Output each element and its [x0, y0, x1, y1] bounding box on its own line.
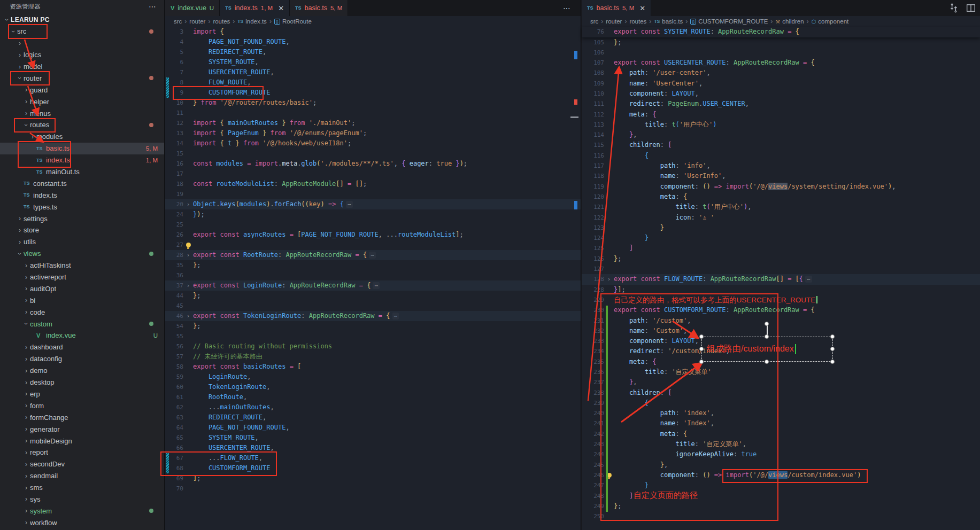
- code-line-27[interactable]: 27: [165, 240, 581, 250]
- tree-item-sendmail[interactable]: ›sendmail: [0, 470, 164, 482]
- code-line-66[interactable]: 66 USERCENTER_ROUTE,: [165, 443, 581, 453]
- code-line-228[interactable]: 228}];: [582, 285, 980, 295]
- tree-item-activereport[interactable]: ›activereport: [0, 271, 164, 283]
- code-line-69[interactable]: 69];: [165, 473, 581, 484]
- code-line-128[interactable]: 128›export const FLOW_ROUTE: AppRouteRec…: [582, 274, 980, 284]
- code-line-8[interactable]: 8 FLOW_ROUTE,: [165, 77, 581, 88]
- code-line-15[interactable]: 15: [165, 149, 581, 159]
- code-line-124[interactable]: 124 }: [582, 233, 980, 243]
- code-line-248[interactable]: 248 ]: [582, 491, 980, 501]
- code-line-4[interactable]: 4 PAGE_NOT_FOUND_ROUTE,: [165, 37, 581, 47]
- tree-item-hidden[interactable]: ›: [0, 37, 164, 49]
- code-line-119[interactable]: 119 component: () => import('/@/views/sy…: [582, 182, 980, 192]
- breadcrumb-item[interactable]: src: [590, 18, 598, 25]
- code-line-109[interactable]: 109 name: 'UserCenter',: [582, 79, 980, 89]
- code-line-234[interactable]: 234 redirect: '/custom/index',: [582, 346, 980, 356]
- code-line-37[interactable]: 37›export const LoginRoute: AppRouteReco…: [165, 280, 581, 291]
- tree-item-index.vue[interactable]: Vindex.vueU: [0, 330, 164, 341]
- code-line-6[interactable]: 6 SYSTEM_ROUTE,: [165, 57, 581, 67]
- code-line-244[interactable]: 244 ignoreKeepAlive: true: [582, 449, 980, 459]
- tree-item-form[interactable]: ›form: [0, 400, 164, 411]
- close-icon[interactable]: ✕: [278, 4, 284, 12]
- fold-chevron-icon[interactable]: ›: [183, 311, 193, 321]
- code-line-65[interactable]: 65 SYSTEM_ROUTE,: [165, 433, 581, 443]
- code-line-110[interactable]: 110 component: LAYOUT,: [582, 89, 980, 99]
- open-changes-icon[interactable]: [949, 3, 959, 13]
- tree-item-demo[interactable]: ›demo: [0, 365, 164, 377]
- split-editor-icon[interactable]: [966, 3, 976, 13]
- tree-item-bi[interactable]: ›bi: [0, 294, 164, 306]
- lightbulb-icon[interactable]: [186, 243, 191, 247]
- tree-item-views[interactable]: ›views: [0, 248, 164, 260]
- code-line-235[interactable]: 235 meta: {: [582, 357, 980, 367]
- code-line-249[interactable]: 249};: [582, 501, 980, 511]
- code-line-127[interactable]: 127: [582, 264, 980, 274]
- code-line-17[interactable]: 17: [165, 169, 581, 179]
- tree-item-mobileDesign[interactable]: ›mobileDesign: [0, 435, 164, 447]
- code-line-12[interactable]: 12import { mainOutRoutes } from './mainO…: [165, 118, 581, 128]
- tree-item-utils[interactable]: ›utils: [0, 236, 164, 248]
- code-line-115[interactable]: 115 children: [: [582, 140, 980, 150]
- code-line-114[interactable]: 114 },: [582, 130, 980, 140]
- code-line-16[interactable]: 16const modules = import.meta.glob('./mo…: [165, 159, 581, 169]
- tree-item-system[interactable]: ›system: [0, 505, 164, 517]
- code-line-125[interactable]: 125 ]: [582, 243, 980, 253]
- code-line-126[interactable]: 126};: [582, 254, 980, 264]
- code-line-233[interactable]: 233 component: LAYOUT,: [582, 336, 980, 346]
- tree-item-custom[interactable]: ›custom: [0, 318, 164, 330]
- code-line-55[interactable]: 55: [165, 331, 581, 341]
- tab-index.ts[interactable]: TSindex.ts1, M✕: [220, 0, 290, 16]
- tree-item-model[interactable]: ›model: [0, 61, 164, 73]
- tree-item-settings[interactable]: ›settings: [0, 213, 164, 224]
- code-line-19[interactable]: 19: [165, 189, 581, 199]
- code-line-11[interactable]: 11: [165, 108, 581, 118]
- breadcrumb-item[interactable]: router: [189, 18, 205, 25]
- code-line-58[interactable]: 58export const basicRoutes = [: [165, 362, 581, 372]
- code-line-56[interactable]: 56// Basic routing without permissions: [165, 341, 581, 352]
- code-line-61[interactable]: 61 RootRoute,: [165, 392, 581, 402]
- tree-item-basic.ts[interactable]: TSbasic.ts5, M: [0, 143, 164, 154]
- code-line-232[interactable]: 232 name: 'Custom',: [582, 326, 980, 336]
- tab-index.vue[interactable]: Vindex.vueU: [165, 0, 220, 16]
- editor-more-actions-button[interactable]: ⋯: [563, 0, 571, 16]
- code-line-239[interactable]: 239 {: [582, 398, 980, 408]
- tree-item-index.ts[interactable]: TSindex.ts: [0, 189, 164, 201]
- tree-item-secondDev[interactable]: ›secondDev: [0, 458, 164, 470]
- code-line-246[interactable]: 246 component: () => import('/@/views/cu…: [582, 470, 980, 480]
- tree-item-constant.ts[interactable]: TSconstant.ts: [0, 177, 164, 189]
- breadcrumb-item[interactable]: router: [606, 18, 622, 25]
- code-line-123[interactable]: 123 }: [582, 223, 980, 233]
- tree-item-desktop[interactable]: ›desktop: [0, 377, 164, 388]
- code-line-3[interactable]: 3import {: [165, 27, 581, 37]
- folded-code-ellipsis[interactable]: ⋯: [369, 252, 376, 259]
- breadcrumb-item[interactable]: children: [782, 18, 804, 25]
- breadcrumb-item[interactable]: index.ts: [245, 18, 267, 25]
- code-line-14[interactable]: 14import { t } from '/@/hooks/web/useI18…: [165, 138, 581, 149]
- code-line-113[interactable]: 113 title: t('用户中心'): [582, 120, 980, 130]
- code-line-45[interactable]: 45: [165, 301, 581, 311]
- tree-item-workflow[interactable]: ›workflow: [0, 517, 164, 528]
- code-line-67[interactable]: 67 ...FLOW_ROUTE,: [165, 453, 581, 463]
- code-line-112[interactable]: 112 meta: {: [582, 110, 980, 120]
- code-line-108[interactable]: 108 path: '/user-center',: [582, 68, 980, 78]
- breadcrumb-item[interactable]: basic.ts: [662, 18, 683, 25]
- tree-item-sms[interactable]: ›sms: [0, 482, 164, 494]
- code-line-36[interactable]: 36: [165, 270, 581, 280]
- folded-code-ellipsis[interactable]: ⋯: [346, 201, 353, 208]
- tree-item-modules[interactable]: ›modules: [0, 131, 164, 143]
- tree-item-report[interactable]: ›report: [0, 447, 164, 458]
- code-line-44[interactable]: 44};: [165, 291, 581, 301]
- fold-chevron-icon[interactable]: ›: [183, 250, 193, 260]
- code-line-241[interactable]: 241 name: 'Index',: [582, 418, 980, 428]
- code-line-54[interactable]: 54};: [165, 321, 581, 331]
- code-line-63[interactable]: 63 REDIRECT_ROUTE,: [165, 412, 581, 423]
- code-line-5[interactable]: 5 REDIRECT_ROUTE,: [165, 47, 581, 57]
- breadcrumb-item[interactable]: CUSTOMFORM_ROUTE: [698, 18, 768, 25]
- tree-item-routes[interactable]: ›routes: [0, 119, 164, 131]
- code-line-238[interactable]: 238 children: [: [582, 388, 980, 398]
- tree-item-menus[interactable]: ›menus: [0, 107, 164, 119]
- tree-item-store[interactable]: ›store: [0, 224, 164, 236]
- fold-chevron-icon[interactable]: ›: [604, 274, 614, 284]
- code-line-26[interactable]: 26export const asyncRoutes = [PAGE_NOT_F…: [165, 230, 581, 240]
- breadcrumb-item[interactable]: routes: [629, 18, 646, 25]
